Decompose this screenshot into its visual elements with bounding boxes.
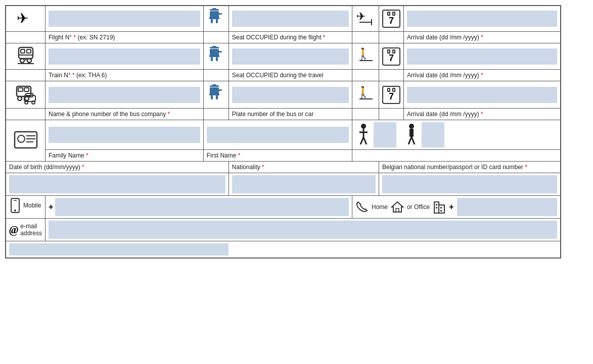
svg-line-58 [408, 137, 412, 144]
nationality-input-cell[interactable] [229, 173, 379, 196]
train-cal-label [379, 70, 404, 81]
svg-rect-22 [217, 51, 222, 53]
svg-point-47 [18, 135, 25, 142]
svg-marker-63 [392, 202, 403, 212]
flight-arrival-input[interactable] [407, 11, 557, 27]
bus-name-input[interactable] [49, 87, 200, 103]
bus-cal-label [379, 109, 404, 120]
bus-icon-label-spacer [6, 109, 45, 120]
svg-rect-7 [216, 19, 218, 23]
bus-plate-input-cell[interactable] [229, 81, 352, 109]
train-arrival-label: Arrival date (dd /mm /yyyy) * [404, 70, 561, 81]
svg-point-56 [409, 124, 414, 129]
flight-number-input-cell[interactable] [45, 6, 204, 32]
female-checkbox[interactable] [374, 122, 396, 147]
flight-seat-label: Seat OCCUPIED during the flight * [229, 32, 352, 43]
svg-rect-25 [216, 57, 218, 61]
gender-cell [352, 120, 561, 150]
svg-line-55 [363, 137, 367, 144]
id-card-icon [6, 120, 45, 162]
bus-name-input-cell[interactable] [45, 81, 204, 109]
email-input[interactable] [49, 221, 557, 239]
last-row-input[interactable] [9, 243, 229, 255]
svg-text:🚶: 🚶 [356, 47, 371, 61]
id-number-input[interactable] [382, 175, 557, 193]
svg-rect-64 [396, 209, 399, 212]
arrival-arrow-flight: ✈ [352, 6, 379, 32]
id-number-input-cell[interactable] [379, 173, 561, 196]
svg-rect-43 [216, 95, 218, 99]
male-checkbox[interactable] [422, 122, 444, 147]
train-icon [6, 43, 45, 70]
office-icon [433, 200, 446, 214]
bus-plate-input[interactable] [232, 87, 349, 103]
bus-seat-icon-spacer [203, 109, 229, 120]
bus-arrival-input-cell[interactable] [404, 81, 561, 109]
bus-arrival-input[interactable] [407, 87, 557, 103]
svg-rect-24 [211, 57, 213, 61]
flight-arrival-input-cell[interactable] [404, 6, 561, 32]
svg-text:✈: ✈ [356, 10, 366, 23]
train-seat-input-cell[interactable] [229, 43, 352, 70]
train-number-input-cell[interactable] [45, 43, 204, 70]
train-number-input[interactable] [49, 48, 200, 65]
email-cell-icon: @ e-mail address [6, 219, 45, 241]
svg-rect-42 [211, 95, 213, 99]
dob-input[interactable] [9, 175, 225, 193]
home-icon [391, 200, 404, 214]
flight-seat-input-cell[interactable] [229, 6, 352, 32]
svg-rect-57 [409, 129, 414, 137]
calendar-bus: 7 [379, 81, 404, 109]
first-name-input-cell[interactable] [203, 120, 352, 150]
svg-rect-29 [18, 88, 23, 91]
svg-rect-70 [440, 210, 442, 212]
svg-rect-3 [209, 17, 219, 19]
flight-seat-input[interactable] [232, 11, 349, 27]
bus-name-label: Name & phone number of the bus company * [45, 109, 204, 120]
dob-input-cell[interactable] [6, 173, 229, 196]
flight-cal-label [379, 32, 404, 43]
svg-line-59 [412, 137, 415, 144]
nationality-label: Nationality * [229, 162, 379, 173]
arrival-arrow-train: 🚶 [352, 43, 379, 70]
svg-text:🚶: 🚶 [356, 85, 371, 99]
svg-point-51 [361, 124, 366, 129]
male-icon [403, 123, 420, 146]
svg-point-16 [27, 59, 31, 63]
email-input-cell[interactable] [45, 219, 561, 241]
family-name-input[interactable] [49, 127, 200, 143]
calendar-train: 7 [379, 43, 404, 70]
svg-point-15 [20, 59, 24, 63]
svg-rect-21 [209, 55, 219, 57]
travel-form: ✈ ✈ [5, 5, 561, 258]
first-name-input[interactable] [207, 127, 349, 143]
svg-point-35 [25, 101, 28, 104]
train-seat-input[interactable] [232, 48, 349, 65]
bus-icon [6, 81, 45, 109]
nationality-input[interactable] [232, 175, 376, 193]
train-arrival-input-cell[interactable] [404, 43, 561, 70]
bus-arrival-label: Arrival date (dd /mm /yyyy) * [404, 109, 561, 120]
svg-rect-66 [439, 205, 444, 213]
family-name-input-cell[interactable] [45, 120, 204, 150]
svg-rect-68 [436, 207, 437, 209]
gender-label-spacer [352, 150, 561, 162]
train-number-label: Train N° * (ex: THA 6) [45, 70, 204, 81]
flight-icon: ✈ [6, 6, 45, 32]
flight-arrival-label: Arrival date (dd /mm /yyyy) * [404, 32, 561, 43]
train-seat-label: Seat OCCUPIED during the travel [229, 70, 352, 81]
train-arrival-arrow-label [352, 70, 379, 81]
svg-point-61 [14, 210, 16, 212]
mobile-input[interactable] [55, 198, 349, 216]
bus-plate-label: Plate number of the bus or car [229, 109, 352, 120]
svg-rect-39 [209, 93, 219, 95]
flight-number-input[interactable] [49, 11, 200, 27]
family-name-label: Family Name * [45, 150, 204, 162]
train-arrival-input[interactable] [407, 48, 557, 65]
svg-rect-12 [21, 49, 25, 53]
arrival-arrow-bus: 🚶 [352, 81, 379, 109]
flight-arrival-arrow-label [352, 32, 379, 43]
home-office-input[interactable] [457, 198, 558, 216]
svg-rect-40 [217, 89, 222, 91]
home-office-cell: Home or Office + [352, 196, 561, 219]
